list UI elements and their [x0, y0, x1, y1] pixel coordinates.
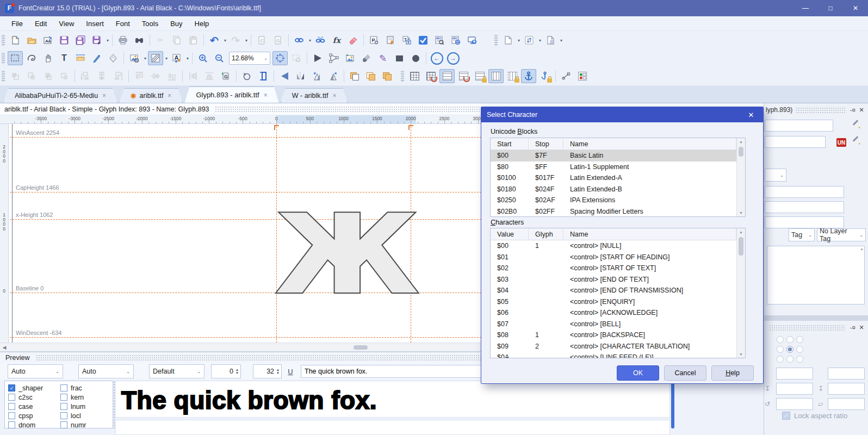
- save-as-dropdown-icon[interactable]: ▾: [106, 38, 110, 43]
- column-header-start[interactable]: Start: [491, 138, 529, 150]
- feature-shaper[interactable]: ✓_shaper: [8, 383, 60, 393]
- language-combo[interactable]: Auto⌄: [78, 364, 134, 378]
- glyph-properties-icon[interactable]: P: [367, 33, 382, 47]
- save-all-icon[interactable]: [73, 33, 88, 47]
- export-settings-icon[interactable]: [543, 33, 558, 47]
- character-row[interactable]: $081<control> [BACKSPACE]: [491, 330, 745, 341]
- select-tool-icon[interactable]: [8, 51, 23, 65]
- rotation-field[interactable]: [776, 398, 813, 410]
- skew-contour-icon[interactable]: [256, 69, 271, 83]
- formula-icon[interactable]: fx: [329, 33, 344, 47]
- anchor-radio[interactable]: [777, 346, 784, 353]
- anchor-radio[interactable]: [786, 336, 793, 343]
- unicode-block-row[interactable]: $0100$017FLatin Extended-A: [491, 172, 745, 184]
- unlink-glyph-icon[interactable]: [313, 33, 328, 47]
- paste-icon[interactable]: [185, 33, 201, 47]
- web-naming-icon[interactable]: abc: [448, 33, 463, 47]
- menu-item-file[interactable]: File: [5, 17, 29, 30]
- fill-tool-icon[interactable]: [106, 51, 121, 65]
- feature-checkbox[interactable]: [60, 421, 67, 428]
- install-font-icon[interactable]: [464, 33, 480, 47]
- pin-icon[interactable]: -¤: [848, 324, 857, 331]
- sort-glyphs-icon[interactable]: [522, 33, 537, 47]
- character-row[interactable]: $092<control> [CHARACTER TABULATION]: [491, 341, 745, 352]
- character-row[interactable]: $07<control> [BELL]: [491, 319, 745, 330]
- union-contours-icon[interactable]: [347, 69, 362, 83]
- scroll-up-icon[interactable]: ▲: [737, 140, 745, 144]
- snap-to-guidelines-icon[interactable]: [456, 69, 471, 83]
- characters-scrollbar[interactable]: ▲ ▼: [736, 228, 745, 358]
- glyph-type-combo[interactable]: ⌄: [765, 169, 786, 182]
- dialog-title-bar[interactable]: Select Character ✕: [481, 107, 763, 122]
- zoom-combo-chevron-icon[interactable]: ⌄: [264, 56, 268, 61]
- zoom-out-icon[interactable]: [212, 51, 227, 65]
- page-options-dropdown-icon[interactable]: ▾: [517, 38, 521, 43]
- feature-checkbox[interactable]: ✓: [8, 384, 15, 391]
- scroll-up-icon[interactable]: ▲: [737, 230, 745, 234]
- new-glyph-icon[interactable]: ✦: [8, 33, 23, 47]
- wand-icon[interactable]: [851, 136, 860, 146]
- scroll-down-icon[interactable]: ▼: [737, 211, 745, 215]
- ellipse-tool-icon[interactable]: [408, 51, 423, 65]
- feature-checkbox[interactable]: [60, 403, 67, 410]
- feature-checkbox[interactable]: [60, 394, 67, 401]
- feature-kern[interactable]: kern: [60, 393, 113, 402]
- scroll-left-icon[interactable]: ◀: [0, 345, 9, 350]
- script-combo[interactable]: Auto⌄: [8, 364, 63, 378]
- column-header-glyph[interactable]: Glyph: [529, 228, 563, 240]
- metrics-field-3[interactable]: [765, 216, 844, 228]
- tab-close-icon[interactable]: ×: [102, 92, 106, 100]
- paste-glyph-icon[interactable]: G: [270, 33, 286, 47]
- transform-wizard-icon[interactable]: TT: [399, 33, 414, 47]
- undo-dropdown-icon[interactable]: ▾: [223, 38, 227, 43]
- tab-close-icon[interactable]: ×: [168, 92, 171, 100]
- fill-mode-icon[interactable]: [148, 51, 163, 65]
- tab-w-ariblk-ttf[interactable]: W - ariblk.ttf×: [281, 88, 348, 103]
- menu-item-tools[interactable]: Tools: [136, 17, 164, 30]
- highlight-features-icon[interactable]: A: [169, 51, 184, 65]
- feature-checkbox[interactable]: [8, 421, 15, 428]
- feature-checkbox[interactable]: [60, 384, 67, 391]
- page-options-icon[interactable]: [500, 33, 516, 47]
- brush-icon[interactable]: [359, 51, 374, 65]
- tab-close-icon[interactable]: ×: [332, 92, 336, 100]
- lock-aspect-checkbox[interactable]: ✓: [782, 412, 790, 420]
- cut-icon[interactable]: ✂: [153, 33, 168, 47]
- menu-item-help[interactable]: Help: [189, 17, 215, 30]
- metrics-field-2[interactable]: [765, 201, 844, 213]
- combo-chevron-icon[interactable]: ⌄: [126, 369, 130, 374]
- lock-metrics-icon[interactable]: [505, 69, 520, 83]
- align-middle-icon[interactable]: [148, 69, 163, 83]
- style-combo[interactable]: Default⌄: [149, 364, 204, 378]
- glyph-cells-icon[interactable]: [575, 69, 590, 83]
- underline-button[interactable]: U: [285, 365, 296, 377]
- align-left-icon[interactable]: [78, 69, 93, 83]
- copy-character-icon[interactable]: C: [254, 33, 269, 47]
- redo-icon[interactable]: ↷: [228, 33, 243, 47]
- column-header-value[interactable]: Value: [491, 228, 529, 240]
- combo-chevron-icon[interactable]: ⌄: [197, 369, 201, 374]
- find-glyph-icon[interactable]: [132, 33, 147, 47]
- character-row[interactable]: $05<control> [ENQUIRY]: [491, 296, 745, 308]
- align-bottom-icon[interactable]: [164, 69, 179, 83]
- feature-dnom[interactable]: dnom: [8, 420, 60, 430]
- menu-item-buy[interactable]: Buy: [164, 17, 188, 30]
- move-contour-down-icon[interactable]: [40, 69, 55, 83]
- align-center-icon[interactable]: [94, 69, 109, 83]
- move-contour-bottom-icon[interactable]: [57, 69, 72, 83]
- character-row[interactable]: $001<control> [NULL]: [491, 240, 745, 252]
- height-field[interactable]: [828, 368, 865, 380]
- pin-icon[interactable]: -¤: [848, 107, 857, 113]
- feature-frac[interactable]: frac: [60, 383, 113, 393]
- next-glyph-icon[interactable]: →: [445, 51, 461, 65]
- move-contour-top-icon[interactable]: [24, 69, 39, 83]
- font-properties-icon[interactable]: [383, 33, 398, 47]
- feature-checkbox[interactable]: [8, 394, 15, 401]
- snap-to-grid-icon[interactable]: [423, 69, 438, 83]
- ok-button[interactable]: OK: [617, 366, 659, 380]
- size-spinner[interactable]: 32▲▼: [253, 364, 282, 378]
- scrollbar-thumb[interactable]: [739, 147, 743, 157]
- preview-scrollbar[interactable]: [671, 381, 674, 428]
- unicode-block-row[interactable]: $80$FFLatin-1 Supplement: [491, 161, 745, 173]
- tab-glyph-893-ariblk-ttf[interactable]: Glyph.893 - ariblk.ttf×: [184, 86, 278, 103]
